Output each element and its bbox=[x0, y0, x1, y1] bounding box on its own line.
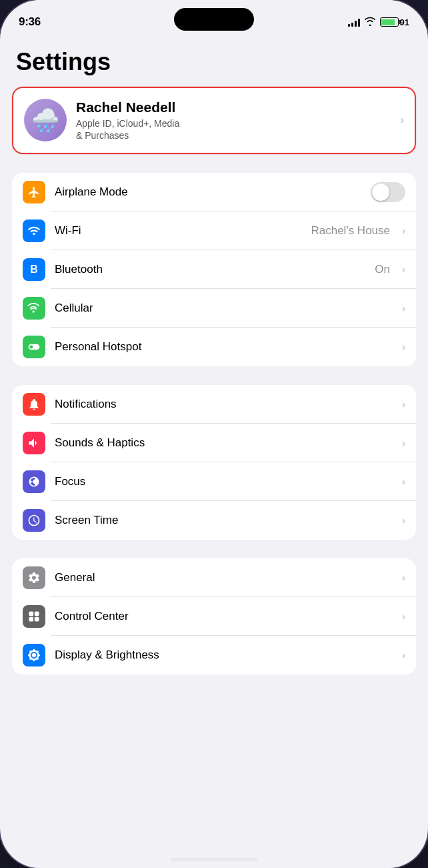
cellular-label: Cellular bbox=[55, 302, 393, 315]
airplane-mode-item[interactable]: Airplane Mode bbox=[12, 173, 416, 211]
sounds-item[interactable]: Sounds & Haptics › bbox=[12, 424, 416, 462]
screentime-icon bbox=[23, 509, 45, 532]
hotspot-chevron-icon: › bbox=[402, 341, 405, 352]
svg-point-0 bbox=[33, 310, 35, 312]
cellular-chevron-icon: › bbox=[402, 302, 405, 314]
display-label: Display & Brightness bbox=[55, 648, 393, 662]
screentime-chevron-icon: › bbox=[402, 514, 405, 526]
chevron-right-icon: › bbox=[400, 113, 404, 127]
focus-icon bbox=[23, 470, 45, 493]
wifi-settings-icon bbox=[23, 220, 45, 242]
svg-rect-2 bbox=[35, 611, 39, 616]
phone-frame: 9:36 bbox=[0, 0, 428, 868]
home-indicator bbox=[171, 858, 257, 861]
display-item[interactable]: Display & Brightness › bbox=[12, 636, 416, 675]
notifications-label: Notifications bbox=[55, 398, 393, 411]
hotspot-icon bbox=[23, 336, 45, 358]
focus-label: Focus bbox=[55, 475, 393, 488]
screentime-item[interactable]: Screen Time › bbox=[12, 501, 416, 540]
notifications-icon bbox=[23, 393, 45, 416]
display-icon bbox=[23, 644, 45, 667]
bluetooth-label: Bluetooth bbox=[55, 263, 365, 276]
sounds-chevron-icon: › bbox=[402, 437, 405, 448]
bluetooth-item[interactable]: B Bluetooth On › bbox=[12, 250, 416, 289]
battery-icon: 91 bbox=[380, 17, 409, 27]
sounds-icon bbox=[23, 432, 45, 454]
airplane-mode-label: Airplane Mode bbox=[55, 185, 361, 199]
control-center-item[interactable]: Control Center › bbox=[12, 597, 416, 636]
avatar: 🌧️ bbox=[24, 99, 67, 141]
wifi-label: Wi-Fi bbox=[55, 224, 301, 238]
wifi-icon bbox=[364, 17, 376, 28]
svg-rect-4 bbox=[35, 616, 39, 621]
wifi-chevron-icon: › bbox=[402, 225, 405, 236]
battery-percent: 91 bbox=[400, 17, 409, 27]
general-label: General bbox=[55, 571, 393, 584]
general-item[interactable]: General › bbox=[12, 558, 416, 597]
general-chevron-icon: › bbox=[402, 572, 405, 583]
airplane-mode-icon bbox=[23, 181, 45, 203]
notifications-group: Notifications › Sounds & Haptics › bbox=[12, 385, 416, 540]
status-icons: 91 bbox=[348, 17, 409, 28]
notifications-chevron-icon: › bbox=[402, 398, 405, 410]
apple-id-subtitle: Apple ID, iCloud+, Media& Purchases bbox=[76, 117, 391, 141]
svg-rect-1 bbox=[29, 611, 34, 616]
focus-chevron-icon: › bbox=[402, 476, 405, 487]
status-time: 9:36 bbox=[19, 15, 41, 29]
sounds-label: Sounds & Haptics bbox=[55, 436, 393, 450]
screentime-label: Screen Time bbox=[55, 514, 393, 527]
bluetooth-value: On bbox=[375, 263, 390, 276]
bluetooth-chevron-icon: › bbox=[402, 264, 405, 275]
general-icon bbox=[23, 566, 45, 589]
connectivity-group: Airplane Mode Wi-Fi Rachel's House › bbox=[12, 173, 416, 366]
svg-rect-3 bbox=[29, 616, 34, 621]
cellular-icon bbox=[23, 297, 45, 320]
airplane-mode-toggle[interactable] bbox=[371, 182, 405, 202]
apple-id-card[interactable]: 🌧️ Rachel Needell Apple ID, iCloud+, Med… bbox=[12, 87, 416, 154]
dynamic-island bbox=[174, 8, 254, 31]
control-center-chevron-icon: › bbox=[402, 610, 405, 622]
notifications-item[interactable]: Notifications › bbox=[12, 385, 416, 424]
control-center-label: Control Center bbox=[55, 610, 393, 623]
control-center-icon bbox=[23, 605, 45, 628]
phone-screen: 9:36 bbox=[0, 0, 428, 868]
bluetooth-icon: B bbox=[23, 258, 45, 281]
cellular-item[interactable]: Cellular › bbox=[12, 289, 416, 328]
hotspot-item[interactable]: Personal Hotspot › bbox=[12, 328, 416, 366]
wifi-value: Rachel's House bbox=[311, 224, 390, 238]
wifi-item[interactable]: Wi-Fi Rachel's House › bbox=[12, 211, 416, 250]
screen-content: Settings 🌧️ Rachel Needell Apple ID, iCl… bbox=[0, 36, 428, 868]
page-title: Settings bbox=[0, 41, 428, 87]
focus-item[interactable]: Focus › bbox=[12, 462, 416, 501]
signal-icon bbox=[348, 18, 360, 27]
apple-id-name: Rachel Needell bbox=[76, 99, 391, 115]
apple-id-info: Rachel Needell Apple ID, iCloud+, Media&… bbox=[76, 99, 391, 142]
general-group: General › Control Center › bbox=[12, 558, 416, 675]
hotspot-label: Personal Hotspot bbox=[55, 340, 393, 354]
display-chevron-icon: › bbox=[402, 649, 405, 661]
